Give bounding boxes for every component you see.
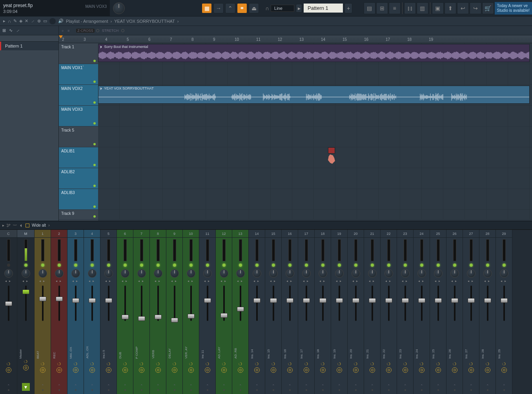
step-button[interactable]: ⏏ <box>249 3 259 13</box>
fader-handle[interactable] <box>39 297 46 301</box>
pan-knob[interactable] <box>88 269 97 278</box>
stereo-sep[interactable]: ◂▸ <box>171 279 178 282</box>
fader-handle[interactable] <box>385 298 392 303</box>
send-knob[interactable] <box>172 367 177 373</box>
track-row[interactable] <box>98 189 532 210</box>
mixer-strip[interactable]: 7◂▸P COMP❍⌃ <box>133 230 150 394</box>
pan-knob[interactable] <box>302 269 311 278</box>
strip-number[interactable]: 7 <box>133 230 149 238</box>
track-row[interactable] <box>98 147 532 168</box>
stereo-sep[interactable]: ◂▸ <box>22 279 29 282</box>
strip-number[interactable]: 12 <box>216 230 232 238</box>
fx-enable-icon[interactable]: ❍ <box>222 362 226 366</box>
update-notice[interactable]: Today A newer ve Studio is available! <box>495 2 532 15</box>
fader-handle[interactable] <box>155 315 162 319</box>
send-knob[interactable] <box>106 367 111 373</box>
send-knob[interactable] <box>403 367 408 373</box>
pan-knob[interactable] <box>121 269 129 278</box>
track-row[interactable] <box>98 168 532 189</box>
fx-enable-icon[interactable]: ❍ <box>24 359 28 363</box>
track-lanes[interactable]: ⏵ Sorry Bout that Instrumental⏵ YEAT VOX… <box>98 43 532 221</box>
track-header[interactable]: ADLIB2 <box>59 168 98 189</box>
pan-knob[interactable] <box>236 269 245 278</box>
send-knob[interactable] <box>304 367 309 373</box>
fader-handle[interactable] <box>319 298 326 303</box>
fx-enable-icon[interactable]: ❍ <box>156 362 160 366</box>
stereo-sep[interactable]: ◂▸ <box>188 279 195 282</box>
fx-enable-icon[interactable]: ❍ <box>140 362 144 366</box>
send-knob[interactable] <box>468 367 474 373</box>
pan-knob[interactable] <box>384 269 393 278</box>
stereo-sep[interactable]: ◂▸ <box>451 279 458 282</box>
fx-enable-icon[interactable]: ❍ <box>469 362 473 366</box>
fx-enable-icon[interactable]: ❍ <box>288 362 292 366</box>
strip-number[interactable]: 22 <box>381 230 397 238</box>
strip-number[interactable]: 19 <box>331 230 347 238</box>
stereo-sep[interactable]: ◂▸ <box>138 279 145 282</box>
fx-enable-icon[interactable]: ❍ <box>107 362 111 366</box>
strip-number[interactable]: 26 <box>446 230 463 238</box>
fx-enable-icon[interactable]: ❍ <box>74 362 78 366</box>
send-knob[interactable] <box>501 367 507 373</box>
mixer-strip[interactable]: 26◂▸Ins. 26❍⌃ <box>446 230 463 394</box>
fader-handle[interactable] <box>303 298 310 303</box>
strip-number[interactable]: 27 <box>463 230 479 238</box>
fader-handle[interactable] <box>484 298 491 303</box>
enable-led[interactable] <box>74 264 77 267</box>
track-header[interactable]: Track 9 <box>59 210 98 220</box>
strip-number[interactable]: 25 <box>430 230 446 238</box>
fader-handle[interactable] <box>171 318 178 323</box>
track-row[interactable]: ⏵ YEAT VOX SORRYBOUTTHAT <box>98 85 532 106</box>
flag-icon[interactable]: ⏴ <box>19 223 23 227</box>
route-chevron-icon[interactable]: ⌃ <box>453 384 456 388</box>
pan-knob[interactable] <box>104 269 113 278</box>
metronome-button[interactable]: ⌃ <box>225 3 235 13</box>
pan-knob[interactable] <box>401 269 410 278</box>
mixer-strip[interactable]: 20◂▸Ins. 20❍⌃ <box>348 230 364 394</box>
route-chevron-icon[interactable]: ⌃ <box>239 384 242 388</box>
mixer-button[interactable]: ⫿⫿ <box>404 2 416 14</box>
track-enable-led[interactable] <box>93 215 96 218</box>
pianoroll-icon[interactable]: ⊞ <box>2 28 6 33</box>
route-chevron-icon[interactable]: ⌃ <box>321 384 324 388</box>
master-output-icon[interactable]: ▾ <box>22 383 30 391</box>
strip-number[interactable]: 14 <box>249 230 265 238</box>
strip-number[interactable]: 29 <box>496 230 512 238</box>
pan-knob[interactable] <box>4 269 13 278</box>
send-knob[interactable] <box>23 365 29 370</box>
add-pattern-button[interactable]: + <box>344 3 352 13</box>
mixer-strip[interactable]: 16◂▸Ins. 16❍⌃ <box>282 230 298 394</box>
send-knob[interactable] <box>89 367 95 373</box>
fader-handle[interactable] <box>188 314 195 319</box>
fader-handle[interactable] <box>270 298 277 303</box>
fader-handle[interactable] <box>237 307 244 312</box>
link-button[interactable]: ⚭ <box>237 3 247 13</box>
strip-number[interactable]: 3 <box>67 230 84 238</box>
pan-knob[interactable] <box>450 269 459 278</box>
mixer-strip[interactable]: 5◂▸Ins.t 5❍⌃ <box>100 230 117 394</box>
track-row[interactable] <box>98 106 532 126</box>
playhead-marker[interactable] <box>59 35 63 38</box>
send-knob[interactable] <box>221 367 227 373</box>
fx-enable-icon[interactable]: ❍ <box>420 362 424 366</box>
tool-icon[interactable]: ⟋ <box>16 28 20 33</box>
mixer-strip[interactable]: 9◂▸DELAY❍⌃ <box>166 230 183 394</box>
stereo-sep[interactable]: ◂▸ <box>89 279 96 282</box>
enable-led[interactable] <box>404 264 407 267</box>
pan-knob[interactable] <box>417 269 426 278</box>
strip-number[interactable]: 2 <box>51 230 67 238</box>
route-chevron-icon[interactable]: ⌃ <box>305 384 308 388</box>
enable-led[interactable] <box>91 264 94 267</box>
enable-led[interactable] <box>354 264 357 267</box>
pan-knob[interactable] <box>335 269 344 278</box>
undo-button[interactable]: ↩ <box>457 2 469 14</box>
route-chevron-icon[interactable]: ⌃ <box>437 384 440 388</box>
enable-led[interactable] <box>486 264 489 267</box>
mixer-strip[interactable]: 23◂▸Ins. 23❍⌃ <box>397 230 414 394</box>
stereo-sep[interactable]: ◂▸ <box>319 279 326 282</box>
send-knob[interactable] <box>6 367 11 373</box>
enable-led[interactable] <box>371 264 374 267</box>
mixer-strip[interactable]: 15◂▸Ins. 15❍⌃ <box>265 230 282 394</box>
route-chevron-icon[interactable]: ⌃ <box>74 384 77 388</box>
fx-enable-icon[interactable]: ❍ <box>173 362 177 366</box>
